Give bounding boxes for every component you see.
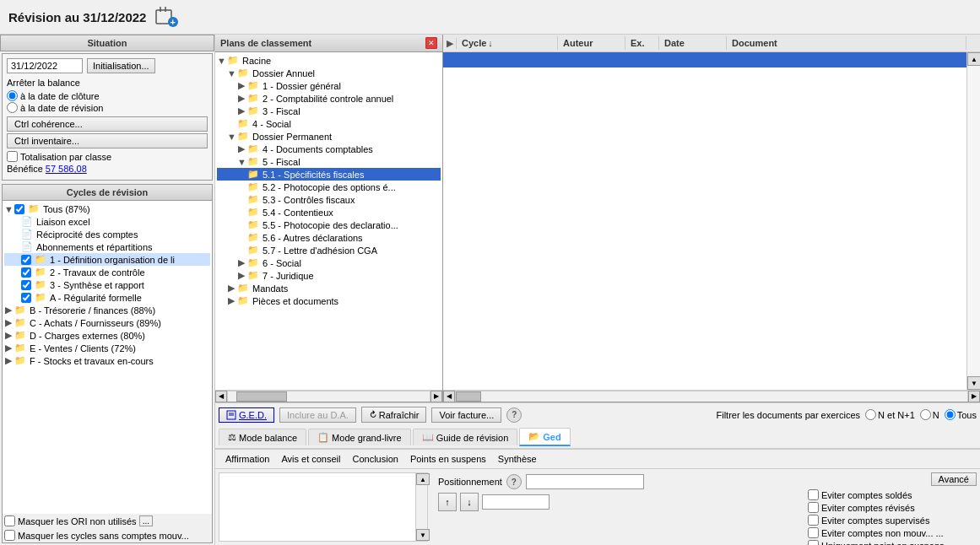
totalisation-checkbox[interactable] xyxy=(7,151,18,162)
plans-dossier-annuel[interactable]: ▼ 📁 Dossier Annuel xyxy=(217,67,441,79)
toggle-icon[interactable]: ▶ xyxy=(237,143,246,154)
cycle-checkbox[interactable] xyxy=(21,267,31,278)
col-date[interactable]: Date xyxy=(659,36,727,50)
filter-tous[interactable]: Tous xyxy=(945,409,977,420)
plans-57[interactable]: 📁 5.7 - Lettre d'adhésion CGA xyxy=(217,244,441,256)
date-input[interactable] xyxy=(7,58,83,73)
toggle-icon[interactable]: ▶ xyxy=(237,105,246,116)
option-checkbox[interactable] xyxy=(808,540,819,545)
scroll-up-btn[interactable]: ▲ xyxy=(416,473,430,485)
help-button[interactable]: ? xyxy=(506,407,522,423)
cycles-tree[interactable]: ▼ 📁 Tous (87%) 📄 Liaison excel 📄 Récipro… xyxy=(3,201,212,514)
col-ex[interactable]: Ex. xyxy=(625,36,659,50)
pos-up-btn[interactable]: ↑ xyxy=(438,493,457,511)
toggle-icon[interactable]: ▶ xyxy=(237,257,246,268)
tab-points-suspens[interactable]: Points en suspens xyxy=(409,453,488,465)
pos-down-btn[interactable]: ↓ xyxy=(460,493,479,511)
filter-n[interactable]: N xyxy=(920,409,939,420)
toggle-icon[interactable]: ▶ xyxy=(227,295,236,306)
scroll-thumb[interactable] xyxy=(456,391,481,402)
col-document[interactable]: Document xyxy=(727,36,966,50)
toggle-icon[interactable]: ▶ xyxy=(4,330,13,341)
cycle-c-achats[interactable]: ▶ 📁 C - Achats / Fournisseurs (89%) xyxy=(4,316,210,329)
option-dots[interactable]: ... xyxy=(935,528,943,538)
cycle-reciprocite[interactable]: 📄 Réciprocité des comptes xyxy=(4,228,210,240)
scroll-down-arrow[interactable]: ▼ xyxy=(967,376,980,390)
toggle-icon[interactable]: ▶ xyxy=(237,93,246,104)
tab-mode-grandlivre[interactable]: 📋 Mode grand-livre xyxy=(308,429,411,445)
tab-mode-balance[interactable]: ⚖ Mode balance xyxy=(219,429,306,445)
option-checkbox[interactable] xyxy=(808,502,819,513)
plans-racine[interactable]: ▼ 📁 Racine xyxy=(217,54,441,67)
col-cycle[interactable]: Cycle ↓ xyxy=(457,36,558,50)
cycle-b-tresorerie[interactable]: ▶ 📁 B - Trésorerie / finances (88%) xyxy=(4,304,210,316)
scroll-thumb[interactable] xyxy=(236,391,287,402)
scroll-left-arrow[interactable]: ◀ xyxy=(215,391,227,402)
masquer-ori-checkbox[interactable] xyxy=(4,515,15,526)
selected-doc-row[interactable] xyxy=(443,52,966,67)
plans-6-social[interactable]: ▶ 📁 6 - Social xyxy=(217,256,441,269)
plans-2-compta[interactable]: ▶ 📁 2 - Comptabilité controle annuel xyxy=(217,92,441,105)
masquer-cycles-checkbox[interactable] xyxy=(4,530,15,541)
plans-pieces[interactable]: ▶ 📁 Pièces et documents xyxy=(217,294,441,307)
plans-4-social[interactable]: 📁 4 - Social xyxy=(217,117,441,130)
rafraichir-button[interactable]: ↻ Rafraîchir xyxy=(361,407,427,423)
plans-4-docs[interactable]: ▶ 📁 4 - Documents comptables xyxy=(217,143,441,155)
cycle-1-definition[interactable]: 📁 1 - Définition organisation de li xyxy=(4,253,210,266)
cycle-abonnements[interactable]: 📄 Abonnements et répartitions xyxy=(4,240,210,253)
scroll-track[interactable] xyxy=(455,391,968,402)
filter-n-plus1[interactable]: N et N+1 xyxy=(865,409,915,420)
plans-1-dossier[interactable]: ▶ 📁 1 - Dossier général xyxy=(217,79,441,92)
ged-button[interactable]: G.E.D. xyxy=(219,407,274,423)
doc-table-body[interactable] xyxy=(443,52,966,390)
cycle-liaison-excel[interactable]: 📄 Liaison excel xyxy=(4,215,210,228)
tab-conclusion[interactable]: Conclusion xyxy=(350,453,399,465)
cycle-d-charges[interactable]: ▶ 📁 D - Charges externes (80%) xyxy=(4,329,210,342)
positioning-help-btn[interactable]: ? xyxy=(506,474,522,489)
nav-arrow-left[interactable]: ▶ xyxy=(443,38,457,49)
cycle-checkbox[interactable] xyxy=(21,293,31,303)
plans-horiz-scrollbar[interactable]: ◀ ▶ xyxy=(215,390,442,402)
plans-7-juridique[interactable]: ▶ 📁 7 - Juridique xyxy=(217,269,441,282)
option-checkbox[interactable] xyxy=(808,527,819,538)
cycle-checkbox[interactable] xyxy=(21,280,31,290)
tab-synthese[interactable]: Synthèse xyxy=(496,453,539,465)
plans-5-fiscal[interactable]: ▼ 📁 5 - Fiscal xyxy=(217,155,441,168)
plans-51-spec[interactable]: 📁 5.1 - Spécificités fiscales xyxy=(217,168,441,181)
bottom-text-area[interactable]: ▲ ▼ xyxy=(219,472,428,542)
radio-cloture[interactable]: à la date de clôture xyxy=(7,90,208,101)
tab-affirmation[interactable]: Affirmation xyxy=(224,453,271,465)
toggle-icon[interactable]: ▼ xyxy=(237,157,246,167)
init-button[interactable]: Initialisation... xyxy=(87,58,155,73)
scroll-track[interactable] xyxy=(967,66,980,376)
toggle-icon[interactable]: ▶ xyxy=(4,355,13,366)
scroll-track[interactable] xyxy=(227,391,430,402)
doc-horiz-scrollbar[interactable]: ◀ ▶ xyxy=(443,390,980,402)
inclure-button[interactable]: Inclure au D.A. xyxy=(279,407,356,423)
plans-53[interactable]: 📁 5.3 - Contrôles fiscaux xyxy=(217,193,441,206)
plans-close-button[interactable]: ✕ xyxy=(425,37,437,49)
scroll-up-arrow[interactable]: ▲ xyxy=(967,52,980,66)
toggle-icon[interactable]: ▶ xyxy=(237,270,246,281)
plans-3-fiscal[interactable]: ▶ 📁 3 - Fiscal xyxy=(217,105,441,117)
positioning-input[interactable] xyxy=(526,474,644,489)
tab-guide-revision[interactable]: 📖 Guide de révision xyxy=(413,429,518,445)
ctrl-inventaire-button[interactable]: Ctrl inventaire... xyxy=(7,133,208,148)
plans-52[interactable]: 📁 5.2 - Photocopie des options é... xyxy=(217,181,441,193)
benefice-value[interactable]: 57 586,08 xyxy=(46,164,87,174)
toggle-icon[interactable]: ▼ xyxy=(227,68,236,78)
option-checkbox[interactable] xyxy=(808,489,819,500)
radio-revision[interactable]: à la date de révision xyxy=(7,102,208,113)
cycle-3-synthese[interactable]: 📁 3 - Synthèse et rapport xyxy=(4,278,210,291)
toggle-icon[interactable]: ▶ xyxy=(227,283,236,294)
voir-facture-button[interactable]: Voir facture... xyxy=(431,407,501,423)
toggle-icon[interactable]: ▶ xyxy=(237,80,246,91)
toggle-icon[interactable]: ▼ xyxy=(217,56,225,66)
cycle-2-travaux[interactable]: 📁 2 - Travaux de contrôle xyxy=(4,266,210,278)
col-auteur[interactable]: Auteur xyxy=(558,36,625,50)
cycle-e-ventes[interactable]: ▶ 📁 E - Ventes / Clients (72%) xyxy=(4,342,210,354)
ctrl-coherence-button[interactable]: Ctrl cohérence... xyxy=(7,116,208,132)
cycle-a-regularite[interactable]: 📁 A - Régularité formelle xyxy=(4,291,210,304)
toggle-icon[interactable]: ▼ xyxy=(4,204,13,214)
pos-text-input[interactable] xyxy=(482,494,550,510)
